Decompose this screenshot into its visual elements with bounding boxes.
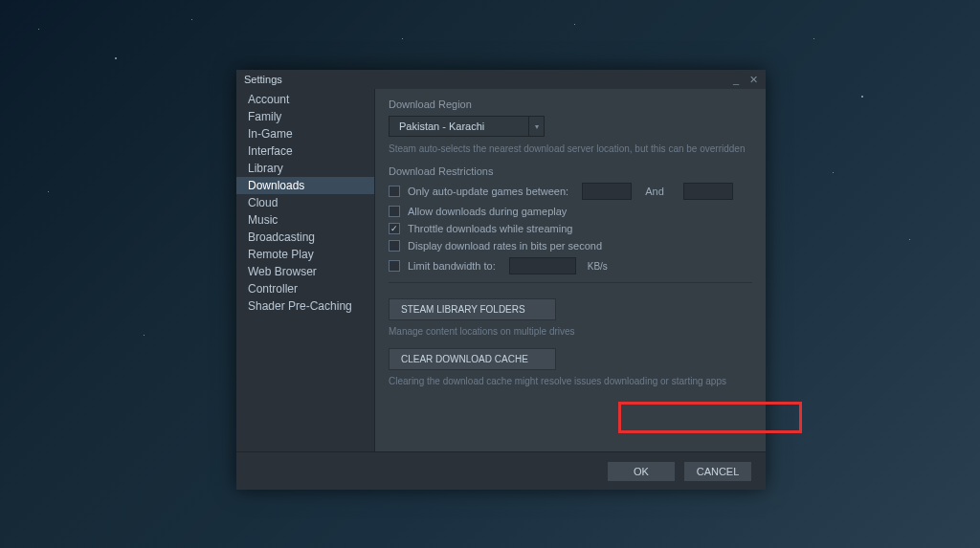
- sidebar-item-downloads[interactable]: Downloads: [236, 177, 374, 194]
- display-bits-label: Display download rates in bits per secon…: [408, 240, 602, 252]
- auto-update-end-input[interactable]: [683, 183, 733, 200]
- cancel-button[interactable]: CANCEL: [683, 461, 752, 482]
- auto-update-checkbox[interactable]: [389, 186, 400, 197]
- window-title: Settings: [242, 74, 282, 85]
- sidebar-item-web-browser[interactable]: Web Browser: [236, 263, 374, 280]
- sidebar-item-broadcasting[interactable]: Broadcasting: [236, 229, 374, 246]
- steam-library-folders-button[interactable]: STEAM LIBRARY FOLDERS: [389, 298, 556, 320]
- library-desc: Manage content locations on multiple dri…: [389, 326, 752, 337]
- throttle-checkbox[interactable]: [389, 223, 400, 234]
- sidebar: Account Family In-Game Interface Library…: [236, 89, 375, 451]
- sidebar-item-cloud[interactable]: Cloud: [236, 194, 374, 211]
- limit-bandwidth-checkbox[interactable]: [389, 260, 400, 272]
- settings-window: Settings _ ✕ Account Family In-Game Inte…: [236, 70, 766, 490]
- ok-button[interactable]: OK: [607, 461, 676, 482]
- sidebar-item-account[interactable]: Account: [236, 91, 374, 108]
- limit-bandwidth-row: Limit bandwidth to: KB/s: [389, 257, 752, 274]
- content-panel: Download Region Pakistan - Karachi ▾ Ste…: [375, 89, 766, 451]
- restrictions-header: Download Restrictions: [389, 165, 752, 177]
- minimize-icon[interactable]: _: [729, 74, 743, 85]
- region-hint: Steam auto-selects the nearest download …: [389, 143, 752, 154]
- region-dropdown[interactable]: Pakistan - Karachi ▾: [389, 116, 545, 137]
- auto-update-row: Only auto-update games between: And: [389, 183, 752, 200]
- throttle-row: Throttle downloads while streaming: [389, 223, 752, 234]
- title-bar: Settings _ ✕: [236, 70, 766, 89]
- sidebar-item-remote-play[interactable]: Remote Play: [236, 246, 374, 263]
- chevron-down-icon: ▾: [528, 117, 544, 136]
- close-icon[interactable]: ✕: [746, 74, 760, 86]
- allow-gameplay-row: Allow downloads during gameplay: [389, 206, 752, 217]
- sidebar-item-library[interactable]: Library: [236, 160, 374, 177]
- region-header: Download Region: [389, 99, 752, 110]
- sidebar-item-interface[interactable]: Interface: [236, 142, 374, 160]
- sidebar-item-music[interactable]: Music: [236, 211, 374, 229]
- display-bits-checkbox[interactable]: [389, 240, 400, 252]
- window-controls: _ ✕: [729, 74, 760, 86]
- allow-gameplay-label: Allow downloads during gameplay: [408, 206, 567, 217]
- throttle-label: Throttle downloads while streaming: [408, 223, 572, 234]
- divider: [389, 282, 752, 283]
- dialog-footer: OK CANCEL: [236, 451, 766, 490]
- allow-gameplay-checkbox[interactable]: [389, 206, 400, 217]
- window-body: Account Family In-Game Interface Library…: [236, 89, 766, 451]
- clear-download-cache-button[interactable]: CLEAR DOWNLOAD CACHE: [389, 348, 556, 370]
- limit-bandwidth-label: Limit bandwidth to:: [408, 260, 496, 272]
- region-value: Pakistan - Karachi: [390, 121, 528, 132]
- sidebar-item-shader[interactable]: Shader Pre-Caching: [236, 297, 374, 315]
- and-label: And: [645, 186, 664, 197]
- auto-update-start-input[interactable]: [582, 183, 632, 200]
- bandwidth-input[interactable]: [509, 257, 576, 274]
- clear-cache-desc: Clearing the download cache might resolv…: [389, 376, 752, 386]
- auto-update-label: Only auto-update games between:: [408, 186, 568, 197]
- sidebar-item-family[interactable]: Family: [236, 108, 374, 125]
- bandwidth-unit: KB/s: [588, 261, 608, 272]
- sidebar-item-in-game[interactable]: In-Game: [236, 125, 374, 142]
- display-bits-row: Display download rates in bits per secon…: [389, 240, 752, 252]
- sidebar-item-controller[interactable]: Controller: [236, 280, 374, 297]
